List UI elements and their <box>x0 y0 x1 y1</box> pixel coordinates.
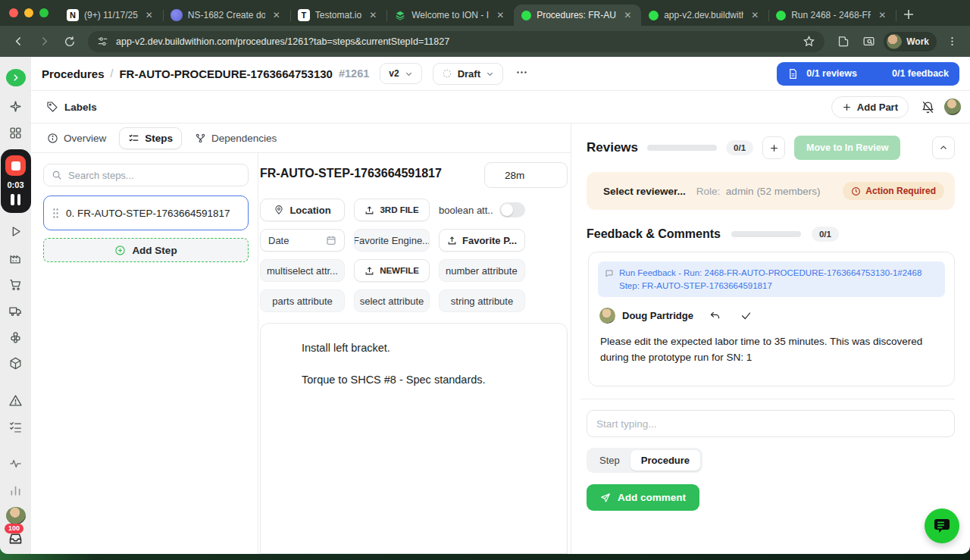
extensions-icon[interactable] <box>832 31 853 52</box>
breadcrumb-procedures[interactable]: Procedures <box>42 67 105 80</box>
tab-title: app-v2.dev.buildwith <box>664 10 743 20</box>
minimize-window-button[interactable] <box>24 8 33 17</box>
select-attribute-chip[interactable]: select attribute <box>354 289 430 312</box>
site-settings-icon[interactable] <box>97 36 108 47</box>
tab-linear[interactable]: NS-1682 Create doc ✕ <box>163 5 290 26</box>
bookmark-star-icon[interactable] <box>803 35 815 48</box>
stop-timer-button[interactable] <box>5 155 26 176</box>
move-to-in-review-button[interactable]: Move to In Review <box>794 136 900 160</box>
collapse-panel-button[interactable] <box>932 136 955 159</box>
step-instruction-line[interactable]: Install left bracket. <box>302 342 558 354</box>
tasks-checklist-icon[interactable] <box>5 418 27 436</box>
step-content-editor[interactable]: Install left bracket. Torque to SHCS #8 … <box>260 323 568 554</box>
file-chip-newfile[interactable]: NEWFILE <box>354 259 430 282</box>
forward-button[interactable] <box>33 31 55 52</box>
cart-icon[interactable] <box>5 275 27 294</box>
run-feedback-link[interactable]: Run Feedback - Run: 2468-FR-AUTO-PROCEDU… <box>598 261 945 297</box>
browser-profile-chip[interactable]: Work <box>884 32 937 52</box>
status-dropdown[interactable]: Draft <box>433 63 503 85</box>
window-controls[interactable] <box>9 0 59 26</box>
select-reviewer-link[interactable]: Select reviewer... <box>603 186 686 197</box>
step-list-item-selected[interactable]: 0. FR-AUTO-STEP-1763664591817 <box>43 196 249 230</box>
scope-step-option[interactable]: Step <box>589 450 630 471</box>
member-avatar[interactable] <box>944 99 961 115</box>
add-step-button[interactable]: Add Step <box>43 238 249 262</box>
issues-warning-icon[interactable] <box>5 391 27 410</box>
notifications-off-icon[interactable] <box>921 100 935 114</box>
number-attribute-chip[interactable]: number attribute <box>439 259 525 282</box>
drag-handle-icon[interactable] <box>52 208 60 219</box>
browser-menu-icon[interactable] <box>941 31 962 52</box>
add-comment-button[interactable]: Add comment <box>587 484 699 511</box>
scope-procedure-option[interactable]: Procedure <box>630 450 700 471</box>
user-avatar[interactable] <box>6 507 26 524</box>
tab-dependencies[interactable]: Dependencies <box>186 128 285 149</box>
maximize-window-button[interactable] <box>39 8 48 17</box>
calendar-icon <box>326 235 336 246</box>
add-part-button[interactable]: Add Part <box>831 96 909 118</box>
chevron-up-icon <box>939 143 948 152</box>
expand-sidebar-button[interactable] <box>6 69 26 86</box>
parts-cube-icon[interactable] <box>5 354 27 373</box>
truck-icon[interactable] <box>5 302 27 321</box>
tab-overview[interactable]: Overview <box>39 128 114 149</box>
close-tab-icon[interactable]: ✕ <box>621 9 634 21</box>
back-button[interactable] <box>8 31 29 52</box>
version-dropdown[interactable]: v2 <box>380 63 421 84</box>
multiselect-attribute-chip[interactable]: multiselect attr... <box>260 259 345 282</box>
step-title[interactable]: FR-AUTO-STEP-1763664591817 <box>260 162 442 180</box>
parts-attribute-chip[interactable]: parts attribute <box>260 289 345 312</box>
tab-run-2468[interactable]: Run 2468 - 2468-FR ✕ <box>768 5 896 26</box>
inbox-button[interactable]: 100 <box>8 530 23 546</box>
step-instruction-line[interactable]: Torque to SHCS #8 - Spec standards. <box>302 374 558 386</box>
reviews-feedback-button[interactable]: 0/1 reviews 0/1 feedback <box>777 62 959 86</box>
close-tab-icon[interactable]: ✕ <box>143 9 155 21</box>
file-chip-3rd-file[interactable]: 3RD FILE <box>354 199 430 221</box>
string-attribute-chip[interactable]: string attribute <box>439 289 525 312</box>
apps-grid-icon[interactable] <box>5 124 27 142</box>
duration-input[interactable]: 28m <box>484 162 568 188</box>
procedure-number: #1261 <box>339 67 369 80</box>
boolean-toggle[interactable] <box>499 202 525 217</box>
close-tab-icon[interactable]: ✕ <box>494 9 506 21</box>
close-tab-icon[interactable]: ✕ <box>876 9 888 21</box>
favorite-engineer-chip[interactable]: Favorite Engine... <box>354 229 430 252</box>
comment-input[interactable]: Start typing... <box>587 410 955 437</box>
add-reviewer-button[interactable] <box>762 136 785 159</box>
tab-notion[interactable]: N (9+) 11/17/25 ✕ <box>59 5 163 26</box>
new-tab-button[interactable] <box>899 5 918 24</box>
side-search-icon[interactable] <box>858 31 879 52</box>
location-chip[interactable]: Location <box>260 199 345 221</box>
lots-grapes-icon[interactable] <box>5 327 27 346</box>
close-tab-icon[interactable]: ✕ <box>367 9 379 21</box>
close-tab-icon[interactable]: ✕ <box>749 9 761 21</box>
analytics-chart-icon[interactable] <box>5 480 27 499</box>
tab-steps[interactable]: Steps <box>119 127 182 149</box>
search-steps-input[interactable]: Search steps... <box>43 164 249 186</box>
version-value: v2 <box>389 68 399 79</box>
tab-testomat[interactable]: T Testomat.io ✕ <box>290 5 386 26</box>
labels-label[interactable]: Labels <box>64 102 97 113</box>
resolve-check-icon[interactable] <box>740 310 752 321</box>
add-comment-label: Add comment <box>618 492 686 503</box>
close-window-button[interactable] <box>9 8 18 17</box>
url-bar[interactable]: app-v2.dev.buildwithion.com/procedures/1… <box>88 31 824 52</box>
reply-icon[interactable] <box>709 310 721 321</box>
reviewer-role: Role: admin (52 members) <box>696 186 821 197</box>
more-actions-icon[interactable] <box>515 66 528 82</box>
close-tab-icon[interactable]: ✕ <box>271 9 283 21</box>
tab-welcome-ion[interactable]: Welcome to ION - IO ✕ <box>386 5 514 26</box>
date-chip[interactable]: Date <box>260 229 345 252</box>
support-chat-button[interactable] <box>925 508 959 543</box>
factory-icon[interactable] <box>5 249 27 267</box>
activity-pulse-icon[interactable] <box>5 454 27 473</box>
tab-procedures-active[interactable]: Procedures: FR-AUT ✕ <box>514 5 641 26</box>
tab-app-v2[interactable]: app-v2.dev.buildwith ✕ <box>641 5 768 26</box>
pause-timer-button[interactable] <box>11 194 20 205</box>
reload-button[interactable] <box>59 31 80 52</box>
ai-sparkle-icon[interactable] <box>5 97 27 116</box>
runs-play-icon[interactable] <box>5 222 27 241</box>
url-text[interactable]: app-v2.dev.buildwithion.com/procedures/1… <box>116 36 795 47</box>
plus-circle-icon <box>114 245 126 256</box>
file-chip-favorite-p[interactable]: Favorite P... <box>439 229 525 252</box>
